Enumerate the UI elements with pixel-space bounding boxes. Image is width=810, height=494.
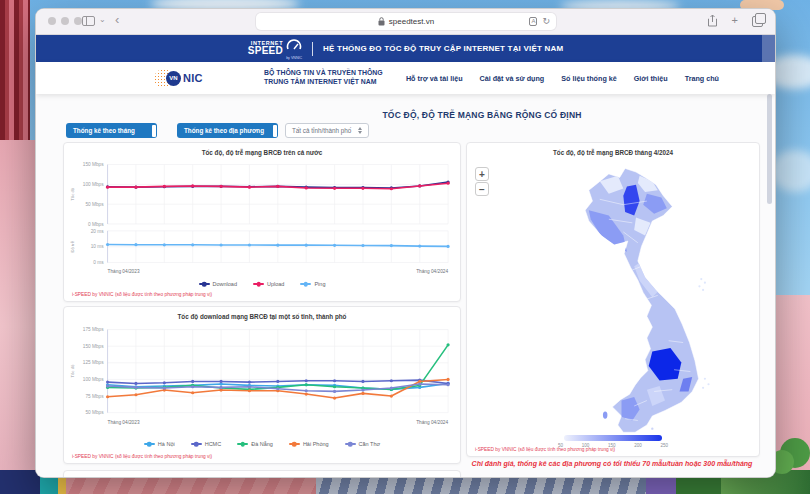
sample-threshold-note: Chỉ đánh giá, thống kê các địa phương có… xyxy=(466,460,758,467)
svg-text:75 Mbps: 75 Mbps xyxy=(85,394,104,399)
map-title: Tốc độ, độ trễ mạng BRCĐ tháng 4/2024 xyxy=(467,149,759,156)
vnnic-vn-badge: VN xyxy=(166,71,181,86)
island-con-dao xyxy=(652,427,654,429)
browser-window: ⌄ ‹ speedtest.vn A ↻ + INTERNET xyxy=(35,8,776,478)
vietnam-choropleth-map[interactable] xyxy=(545,163,727,435)
tab-stats-by-month[interactable]: Thống kê theo tháng xyxy=(66,123,157,138)
wallpaper-wall-left xyxy=(0,140,36,478)
nav-item-install[interactable]: Cài đặt và sử dụng xyxy=(480,74,545,83)
tab-overview-icon[interactable] xyxy=(752,16,763,27)
map-zoom-out-button[interactable]: − xyxy=(475,182,489,196)
island-phu-quoc[interactable] xyxy=(603,411,608,418)
islands-truong-sa xyxy=(702,378,710,389)
nav-item-statistics[interactable]: Số liệu thống kê xyxy=(561,74,617,83)
chart1-legend: DownloadUploadPing xyxy=(64,281,460,287)
new-tab-button[interactable]: + xyxy=(732,13,738,27)
logo-by-vnnic: by VNNIC xyxy=(286,56,302,60)
site-header: INTERNET SPEED by VNNIC HỆ THỐNG ĐO TỐC … xyxy=(36,35,775,62)
ispeed-logo: INTERNET SPEED by VNNIC xyxy=(248,37,302,60)
chart2-footnote: i-SPEED by VNNIC (số liệu được tính theo… xyxy=(72,454,212,459)
svg-text:Tốc độ: Tốc độ xyxy=(70,364,75,378)
page-title: TỐC ĐỘ, ĐỘ TRỄ MẠNG BĂNG RỘNG CỐ ĐỊNH xyxy=(382,110,581,120)
org-name: BỘ THÔNG TIN VÀ TRUYỀN THÔNG TRUNG TÂM I… xyxy=(264,69,383,87)
back-button[interactable]: ‹ xyxy=(115,12,119,27)
vietnam-outline[interactable] xyxy=(586,168,699,432)
select-arrows-icon xyxy=(358,127,362,134)
svg-text:Tháng 04/2024: Tháng 04/2024 xyxy=(416,420,448,425)
nav-item-support[interactable]: Hỗ trợ và tài liệu xyxy=(406,74,463,83)
site-title: HỆ THỐNG ĐO TỐC ĐỘ TRUY CẬP INTERNET TẠI… xyxy=(323,44,563,53)
speedometer-icon xyxy=(286,38,302,51)
wallpaper-building-left xyxy=(0,0,30,150)
chart-nationwide-speed-latency[interactable]: 150 Mbps100 Mbps50 Mbps0 MbpsTốc độ20 ms… xyxy=(66,159,458,281)
svg-text:Tốc độ: Tốc độ xyxy=(70,187,75,201)
map-zoom-in-button[interactable]: + xyxy=(475,167,489,181)
sidebar-toggle-icon[interactable] xyxy=(82,16,95,26)
address-bar[interactable]: speedtest.vn A ↻ xyxy=(256,13,556,30)
org-line2: TRUNG TÂM INTERNET VIỆT NAM xyxy=(264,78,383,87)
chart1-footnote: i-SPEED by VNNIC (số liệu được tính theo… xyxy=(72,292,212,297)
svg-text:150 Mbps: 150 Mbps xyxy=(83,162,104,167)
svg-text:Tháng 04/2023: Tháng 04/2023 xyxy=(108,420,140,425)
svg-text:100 Mbps: 100 Mbps xyxy=(83,182,104,187)
reload-icon[interactable]: ↻ xyxy=(542,16,550,26)
svg-text:10 ms: 10 ms xyxy=(91,244,105,249)
svg-text:175 Mbps: 175 Mbps xyxy=(83,327,104,332)
province-select-value: Tất cả tỉnh/thành phố xyxy=(292,127,351,134)
svg-text:Độ trễ: Độ trễ xyxy=(70,240,75,252)
svg-text:Tháng 04/2024: Tháng 04/2024 xyxy=(416,269,448,274)
svg-text:Tháng 04/2023: Tháng 04/2023 xyxy=(108,269,140,274)
nav-item-home[interactable]: Trang chủ xyxy=(685,74,719,83)
chart-province-download-speed[interactable]: 175 Mbps150 Mbps125 Mbps100 Mbps75 Mbps5… xyxy=(66,323,458,441)
header-divider xyxy=(312,42,313,56)
map-card: Tốc độ, độ trễ mạng BRCĐ tháng 4/2024 + … xyxy=(466,142,760,457)
page-scrollbar[interactable] xyxy=(767,94,772,204)
map-footnote: i-SPEED by VNNIC (số liệu được tính theo… xyxy=(475,447,615,452)
chart2-title: Tốc độ download mạng BRCĐ tại một số tỉn… xyxy=(64,313,460,320)
chart2-legend: Hà NộiHCMCĐà NẵngHải PhòngCần Thơ xyxy=(64,441,460,447)
svg-text:20 ms: 20 ms xyxy=(91,229,105,234)
page-content: TỐC ĐỘ, ĐỘ TRỄ MẠNG BĂNG RỘNG CỐ ĐỊNH Th… xyxy=(36,94,775,478)
chart-card-provinces: Tốc độ download mạng BRCĐ tại một số tỉn… xyxy=(63,306,461,464)
browser-toolbar: ⌄ ‹ speedtest.vn A ↻ + xyxy=(36,9,775,35)
svg-text:0 Mbps: 0 Mbps xyxy=(88,222,104,227)
nav-item-about[interactable]: Giới thiệu xyxy=(634,74,668,83)
chart1-title: Tốc độ, độ trễ mạng BRCĐ trên cả nước xyxy=(64,149,460,156)
close-window-button[interactable] xyxy=(48,17,56,25)
share-icon[interactable] xyxy=(707,14,718,27)
svg-text:0 ms: 0 ms xyxy=(93,260,104,265)
filter-row: Thống kê theo tháng Thống kê theo địa ph… xyxy=(66,123,369,138)
org-line1: BỘ THÔNG TIN VÀ TRUYỀN THÔNG xyxy=(264,69,383,78)
url-text: speedtest.vn xyxy=(389,17,434,26)
logo-speed-text: SPEED xyxy=(248,46,283,56)
chart-card-nationwide: Tốc độ, độ trễ mạng BRCĐ trên cả nước 15… xyxy=(63,142,461,302)
zoom-window-button[interactable] xyxy=(74,17,82,25)
svg-text:100 Mbps: 100 Mbps xyxy=(83,377,104,382)
vnnic-nic-text: NIC xyxy=(183,72,203,84)
chart-card-next xyxy=(63,470,461,478)
minimize-window-button[interactable] xyxy=(61,17,69,25)
svg-text:50 Mbps: 50 Mbps xyxy=(85,202,104,207)
translate-icon[interactable]: A xyxy=(529,17,537,26)
tab-stats-by-province[interactable]: Thống kê theo địa phương xyxy=(177,123,278,138)
site-nav: VN NIC BỘ THÔNG TIN VÀ TRUYỀN THÔNG TRUN… xyxy=(36,62,775,94)
islands-hoang-sa xyxy=(699,278,707,291)
svg-text:125 Mbps: 125 Mbps xyxy=(83,360,104,365)
map-color-scale xyxy=(564,435,662,441)
nav-menu: Hỗ trợ và tài liệu Cài đặt và sử dụng Số… xyxy=(406,74,719,83)
sidebar-chevron-icon[interactable]: ⌄ xyxy=(99,15,106,24)
svg-text:50 Mbps: 50 Mbps xyxy=(85,410,104,415)
svg-text:150 Mbps: 150 Mbps xyxy=(83,344,104,349)
province-select[interactable]: Tất cả tỉnh/thành phố xyxy=(285,123,369,138)
vnnic-logo[interactable]: VN NIC xyxy=(154,69,203,88)
lock-icon xyxy=(378,17,385,26)
